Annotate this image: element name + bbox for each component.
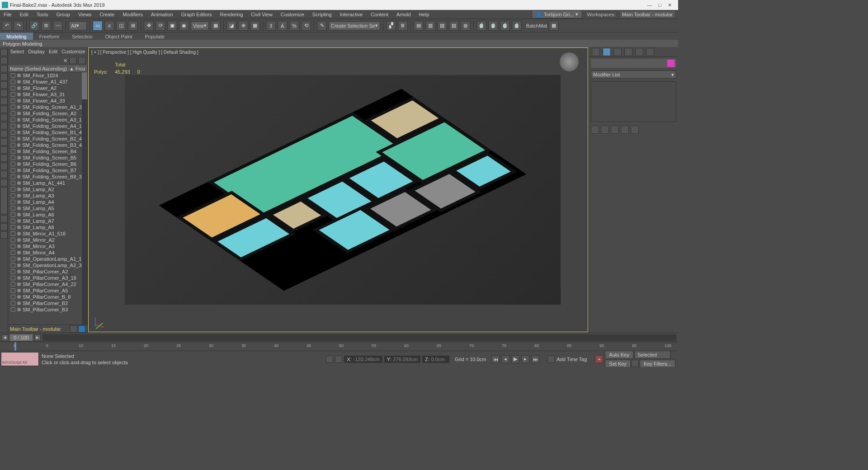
- dock-icon[interactable]: [0, 223, 8, 230]
- frame-indicator[interactable]: 0 / 100: [10, 334, 33, 341]
- search-icon[interactable]: [69, 57, 76, 64]
- menu-content[interactable]: Content: [371, 12, 388, 17]
- scrollbar-thumb[interactable]: [82, 72, 87, 99]
- close-icon[interactable]: ✕: [63, 58, 67, 64]
- freeze-icon[interactable]: [17, 207, 21, 210]
- visibility-icon[interactable]: [11, 162, 15, 166]
- redo-button[interactable]: ↷: [14, 21, 24, 31]
- render-setup-button[interactable]: 🍵: [476, 21, 486, 31]
- visibility-icon[interactable]: [11, 149, 15, 154]
- filter-icon[interactable]: [78, 57, 85, 64]
- freeze-icon[interactable]: [17, 143, 21, 147]
- menu-scripting[interactable]: Scripting: [312, 12, 332, 17]
- freeze-icon[interactable]: [17, 169, 21, 172]
- menu-civil-view[interactable]: Civil View: [251, 12, 272, 17]
- menu-file[interactable]: File: [4, 12, 12, 17]
- visibility-icon[interactable]: [11, 238, 15, 242]
- link-button[interactable]: 🔗: [29, 21, 39, 31]
- visibility-icon[interactable]: [11, 86, 15, 90]
- list-item[interactable]: SM_Folding_Screen_B5: [8, 155, 87, 161]
- angle-snap-button[interactable]: ∡: [278, 21, 288, 31]
- menu-rendering[interactable]: Rendering: [220, 12, 243, 17]
- list-item[interactable]: SM_Flower_A3_31: [8, 91, 87, 98]
- dock-icon[interactable]: [0, 215, 8, 222]
- list-item[interactable]: SM_Lamp_A3: [8, 193, 87, 199]
- toggle-ribbon-button[interactable]: ▥: [425, 21, 435, 31]
- explorer-tab-customize[interactable]: Customize: [61, 49, 85, 54]
- z-coord[interactable]: Z:0.0cm: [422, 356, 449, 363]
- freeze-icon[interactable]: [17, 80, 21, 84]
- goto-end-button[interactable]: ⏭: [531, 355, 539, 363]
- menu-animation[interactable]: Animation: [151, 12, 173, 17]
- next-frame-button[interactable]: ▸: [521, 355, 529, 363]
- dock-icon[interactable]: [0, 231, 8, 239]
- scrollbar-track[interactable]: [82, 72, 87, 324]
- viewport-perspective[interactable]: [ + ] [ Perspective ] [ High Quality ] […: [88, 47, 588, 332]
- dock-icon[interactable]: [0, 98, 8, 105]
- freeze-icon[interactable]: [17, 112, 21, 115]
- autokey-button[interactable]: Auto Key: [605, 351, 633, 359]
- list-item[interactable]: SM_Folding_Screen_B6: [8, 161, 87, 167]
- freeze-icon[interactable]: [17, 295, 21, 299]
- visibility-icon[interactable]: [11, 143, 15, 147]
- list-item[interactable]: SM_Lamp_A2: [8, 186, 87, 193]
- goto-start-button[interactable]: ⏮: [491, 355, 500, 363]
- list-item[interactable]: SM_Flower_A1_437: [8, 79, 87, 85]
- dock-icon[interactable]: [0, 146, 8, 154]
- bind-spacewarp-button[interactable]: 〰: [53, 21, 63, 31]
- visibility-icon[interactable]: [11, 73, 15, 78]
- rotate-button[interactable]: ⟳: [156, 21, 165, 31]
- viewport-label[interactable]: [ + ] [ Perspective ] [ High Quality ] […: [91, 50, 198, 55]
- hierarchy-tab[interactable]: [613, 48, 622, 56]
- lock-selection-icon[interactable]: [326, 356, 333, 363]
- freeze-icon[interactable]: [17, 301, 21, 305]
- visibility-icon[interactable]: [11, 136, 15, 141]
- menu-tools[interactable]: Tools: [37, 12, 48, 17]
- keyfilter-selected-dropdown[interactable]: Selected: [634, 351, 670, 359]
- visibility-icon[interactable]: [11, 124, 15, 128]
- visibility-icon[interactable]: [11, 244, 15, 249]
- y-coord[interactable]: Y:276.093cm: [384, 356, 420, 363]
- scale-button[interactable]: ▣: [167, 21, 177, 31]
- freeze-icon[interactable]: [17, 162, 21, 166]
- list-item[interactable]: SM_Folding_Screen_B1_492: [8, 129, 87, 136]
- maximize-button[interactable]: □: [658, 2, 661, 8]
- time-slider-track[interactable]: [42, 334, 676, 341]
- ribbon-panel-label[interactable]: Polygon Modeling: [0, 40, 678, 48]
- dock-icon[interactable]: [0, 138, 8, 146]
- freeze-icon[interactable]: [17, 93, 21, 96]
- freeze-icon[interactable]: [17, 213, 21, 216]
- visibility-icon[interactable]: [11, 155, 15, 160]
- menu-interactive[interactable]: Interactive: [340, 12, 363, 17]
- visibility-icon[interactable]: [11, 250, 15, 255]
- pin-stack-icon[interactable]: [591, 126, 599, 134]
- menu-modifiers[interactable]: Modifiers: [123, 12, 143, 17]
- layer-icon[interactable]: [78, 325, 85, 333]
- transform-icon[interactable]: [335, 356, 342, 363]
- list-item[interactable]: SM_Folding_Screen_B2_498: [8, 136, 87, 142]
- snap-3-button[interactable]: 3: [266, 21, 276, 31]
- menu-edit[interactable]: Edit: [20, 12, 28, 17]
- freeze-icon[interactable]: [17, 244, 21, 248]
- visibility-icon[interactable]: [11, 181, 15, 185]
- menu-arnold[interactable]: Arnold: [396, 12, 411, 17]
- freeze-icon[interactable]: [17, 150, 21, 153]
- freeze-icon[interactable]: [17, 105, 21, 109]
- list-item[interactable]: SM_PillarCorner_B2: [8, 300, 87, 306]
- visibility-icon[interactable]: [11, 257, 15, 261]
- modify-tab[interactable]: [603, 48, 611, 56]
- use-pivot-button[interactable]: ▦: [211, 21, 221, 31]
- visibility-icon[interactable]: [11, 212, 15, 217]
- list-item[interactable]: SM_Lamp_A8: [8, 224, 87, 230]
- snap-toggle-button[interactable]: ▦: [250, 21, 260, 31]
- utilities-tab[interactable]: [646, 48, 654, 56]
- list-item[interactable]: SM_OperationLamp_A1_113: [8, 256, 87, 262]
- visibility-icon[interactable]: [11, 105, 15, 109]
- freeze-icon[interactable]: [17, 86, 21, 90]
- visibility-icon[interactable]: [11, 174, 15, 179]
- named-selection-input[interactable]: Create Selection Se ▾: [329, 21, 380, 30]
- freeze-icon[interactable]: [17, 232, 21, 235]
- list-item[interactable]: SM_Folding_Screen_A1_330: [8, 104, 87, 110]
- list-item[interactable]: SM_Folding_Screen_A2: [8, 110, 87, 117]
- dock-icon[interactable]: [0, 114, 8, 121]
